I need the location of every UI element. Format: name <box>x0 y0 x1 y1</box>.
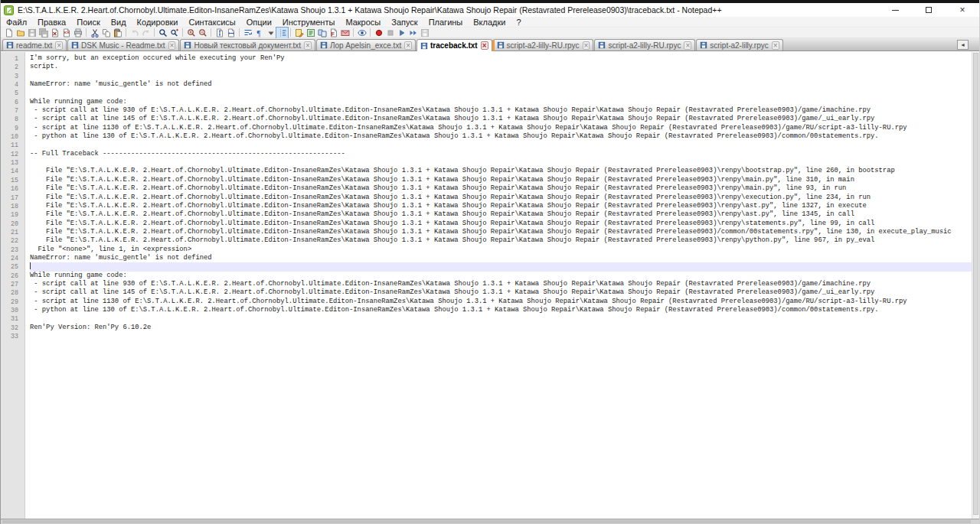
code-line[interactable]: Ren'Py Version: Ren'Py 6.10.2e <box>30 324 979 332</box>
close-button[interactable]: × <box>946 3 979 17</box>
close-tab-icon[interactable]: × <box>404 41 412 50</box>
print-icon[interactable] <box>72 28 83 38</box>
code-line[interactable]: File "<none>", line 1, in <expression> <box>30 246 979 254</box>
tab-readme.txt[interactable]: readme.txt× <box>2 39 67 50</box>
export-pdf-icon[interactable]: F <box>328 28 339 38</box>
close-tab-icon[interactable]: × <box>55 41 63 50</box>
vertical-scrollbar-thumb[interactable] <box>973 53 978 515</box>
code-line[interactable]: - python at line 130 of E:\S.T.A.L.K.E.R… <box>30 132 979 141</box>
code-line[interactable] <box>30 158 979 167</box>
menu-item-13[interactable]: ? <box>511 17 526 28</box>
save-file-icon[interactable] <box>26 28 38 38</box>
code-line[interactable]: - script at line 1130 of E:\S.T.A.L.K.E.… <box>30 298 979 306</box>
code-line[interactable]: -- Full Traceback ----------------------… <box>30 150 979 158</box>
menu-item-3[interactable]: Поиск <box>71 17 105 28</box>
sync-vertical-scroll-icon[interactable] <box>214 28 225 38</box>
maximize-button[interactable] <box>912 3 946 17</box>
close-tab-icon[interactable]: × <box>772 41 779 50</box>
title-bar[interactable]: E:\S.T.A.L.K.E.R. 2.Heart.of.Chornobyl.U… <box>1 3 979 17</box>
code-line[interactable] <box>30 262 979 271</box>
macro-play-icon[interactable] <box>396 28 407 38</box>
word-wrap-icon[interactable] <box>242 28 253 38</box>
menu-item-10[interactable]: Запуск <box>386 17 423 28</box>
menu-item-2[interactable]: Правка <box>32 17 71 28</box>
copy-icon[interactable] <box>100 28 112 38</box>
code-line[interactable]: File "E:\S.T.A.L.K.E.R. 2.Heart.of.Chorn… <box>30 184 979 193</box>
redo-icon[interactable] <box>140 28 152 38</box>
close-file-icon[interactable] <box>49 28 60 38</box>
line-number-margin[interactable]: 1234567891011121314151617181920212223242… <box>1 52 25 519</box>
close-tab-icon[interactable]: × <box>168 41 176 50</box>
code-line[interactable]: While running game code: <box>30 98 979 106</box>
menu-item-6[interactable]: Синтаксисы <box>184 17 241 28</box>
code-line[interactable]: While running game code: <box>30 272 979 280</box>
tab-лор-apelsin_exce.txt[interactable]: Лор Apelsin_exce.txt× <box>316 39 416 50</box>
folder-as-workspace-icon[interactable] <box>316 28 328 38</box>
close-tab-icon[interactable]: × <box>481 41 488 50</box>
tab-script-a2-lilly-ru.rpyc[interactable]: script-a2-lilly-RU.rpyc× <box>594 39 695 50</box>
sync-horizontal-scroll-icon[interactable] <box>225 28 237 38</box>
code-line[interactable] <box>30 141 979 149</box>
cut-icon[interactable] <box>89 28 100 38</box>
menu-item-12[interactable]: Вкладки <box>468 17 511 28</box>
code-line[interactable]: - script call at line 930 of E:\S.T.A.L.… <box>30 280 979 288</box>
tab-script-a2-lilly-ru.rpyc[interactable]: script-a2-lilly-RU.rpyc× <box>493 39 594 50</box>
undo-icon[interactable] <box>129 28 140 38</box>
code-line[interactable]: File "E:\S.T.A.L.K.E.R. 2.Heart.of.Chorn… <box>30 176 979 184</box>
zoom-in-icon[interactable] <box>185 28 197 38</box>
tab-traceback.txt[interactable]: traceback.txt× <box>416 39 492 51</box>
replace-icon[interactable] <box>168 28 180 38</box>
menu-item-5[interactable]: Кодировки <box>132 17 184 28</box>
new-file-icon[interactable] <box>3 28 15 38</box>
editor[interactable]: 1234567891011121314151617181920212223242… <box>1 52 979 519</box>
close-tab-icon[interactable]: × <box>583 41 590 50</box>
horizontal-scrollbar-thumb[interactable] <box>2 520 971 523</box>
zoom-out-icon[interactable] <box>197 28 208 38</box>
close-tab-icon[interactable]: × <box>304 41 312 50</box>
open-file-icon[interactable] <box>15 28 26 38</box>
tab-dsk-music---readme.txt[interactable]: DSK Music - Readme.txt× <box>67 39 179 50</box>
code-line[interactable]: NameError: name 'music_gentle' is not de… <box>30 80 979 89</box>
horizontal-scrollbar[interactable] <box>1 519 979 524</box>
tab-новый-текстовый-документ.txt[interactable]: Новый текстовый документ.txt× <box>180 39 315 50</box>
function-list-icon[interactable] <box>305 28 316 38</box>
monitoring-icon[interactable] <box>356 28 368 38</box>
tab-scroll-left-button[interactable]: ◄ <box>957 40 969 50</box>
show-all-characters-dropdown-icon[interactable] <box>265 28 276 38</box>
code-line[interactable]: - script at line 1130 of E:\S.T.A.L.K.E.… <box>30 124 979 132</box>
menu-item-11[interactable]: Плагины <box>423 17 469 28</box>
show-indent-guide-icon[interactable] <box>276 28 288 38</box>
code-line[interactable]: File "E:\S.T.A.L.K.E.R. 2.Heart.of.Chorn… <box>30 220 979 228</box>
code-line[interactable]: File "E:\S.T.A.L.K.E.R. 2.Heart.of.Chorn… <box>30 167 979 175</box>
code-line[interactable]: File "E:\S.T.A.L.K.E.R. 2.Heart.of.Chorn… <box>30 202 979 210</box>
code-line[interactable]: File "E:\S.T.A.L.K.E.R. 2.Heart.of.Chorn… <box>30 228 979 236</box>
code-line[interactable]: - python at line 130 of E:\S.T.A.L.K.E.R… <box>30 306 979 314</box>
code-line[interactable] <box>30 314 979 323</box>
minimize-button[interactable] <box>878 3 912 17</box>
code-line[interactable] <box>30 332 979 340</box>
text-area[interactable]: I'm sorry, but an exception occured whil… <box>25 52 979 519</box>
code-line[interactable]: File "E:\S.T.A.L.K.E.R. 2.Heart.of.Chorn… <box>30 236 979 245</box>
macro-record-icon[interactable] <box>373 28 384 38</box>
menu-item-4[interactable]: Вид <box>106 17 132 28</box>
menu-item-9[interactable]: Макросы <box>340 17 386 28</box>
code-line[interactable]: - script call at line 145 of E:\S.T.A.L.… <box>30 115 979 123</box>
menu-item-7[interactable]: Опции <box>241 17 277 28</box>
save-all-icon[interactable] <box>38 28 49 38</box>
close-all-icon[interactable] <box>60 28 72 38</box>
code-line[interactable]: - script call at line 145 of E:\S.T.A.L.… <box>30 288 979 297</box>
macro-run-multiple-icon[interactable] <box>407 28 419 38</box>
document-map-icon[interactable] <box>293 28 305 38</box>
code-line[interactable]: I'm sorry, but an exception occured whil… <box>30 54 979 63</box>
macro-save-icon[interactable] <box>419 28 430 38</box>
close-tab-icon[interactable]: × <box>684 41 691 50</box>
find-icon[interactable] <box>157 28 168 38</box>
export-html-icon[interactable] <box>339 28 351 38</box>
code-line[interactable]: File "E:\S.T.A.L.K.E.R. 2.Heart.of.Chorn… <box>30 210 979 219</box>
code-line[interactable] <box>30 72 979 80</box>
paste-icon[interactable] <box>112 28 123 38</box>
show-all-characters-icon[interactable]: ¶ <box>253 28 265 38</box>
vertical-scrollbar[interactable] <box>972 52 979 519</box>
code-line[interactable]: - script call at line 930 of E:\S.T.A.L.… <box>30 106 979 115</box>
tab-script-a2-lilly.rpyc[interactable]: script-a2-lilly.rpyc× <box>696 39 782 50</box>
